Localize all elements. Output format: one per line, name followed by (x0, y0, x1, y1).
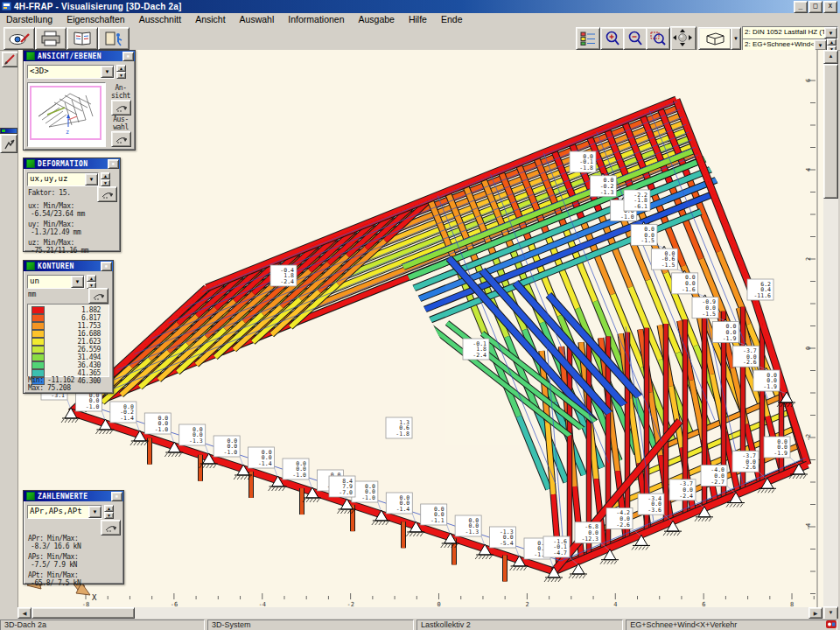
print-button[interactable] (35, 27, 66, 50)
panel-konturen: KONTUREN ▪ un ▼ ▲ ▼ mm 1.8826.81711.7531… (23, 260, 114, 394)
view-cube-button[interactable] (698, 27, 732, 50)
menu-item-ende[interactable]: Ende (435, 14, 469, 24)
zahlenwerte-dropdown-icon[interactable]: ▼ (88, 506, 102, 518)
legend-swatch (32, 354, 45, 361)
konturen-apply-button[interactable] (88, 288, 108, 304)
app-icon (2, 1, 12, 11)
panel-konturen-titlebar[interactable]: KONTUREN ▪ (24, 261, 113, 271)
annotation-value: -1.5 (640, 237, 654, 244)
pan-control[interactable] (670, 26, 696, 51)
zoom-in-button[interactable] (600, 27, 625, 50)
auswahl-pick-button[interactable] (111, 131, 131, 147)
menu-item-ausschnitt[interactable]: Ausschnitt (133, 14, 187, 24)
panel-close-icon[interactable]: ▪ (101, 262, 112, 271)
statusbar-cell: 3D-Dach 2a (0, 620, 205, 630)
annotation-value: -3.6 (648, 507, 662, 514)
redraw-tool-button[interactable] (2, 52, 18, 67)
menu-item-informationen[interactable]: Informationen (282, 14, 350, 24)
vertical-scrollbar[interactable]: ▲ ▼ (823, 50, 838, 619)
horizontal-scroll-thumb[interactable] (32, 607, 135, 619)
horizontal-scrollbar[interactable]: ◀ ▶ (18, 607, 822, 619)
view-cube-dropdown[interactable]: ▼ (731, 27, 741, 50)
statusbar: 3D-Dach 2a3D-SystemLastkollektiv 2EG+Sch… (0, 619, 840, 630)
konturen-combobox[interactable]: un ▼ (27, 275, 85, 289)
axis-x-label: X (92, 593, 97, 602)
panel-close-icon[interactable]: ▪ (111, 492, 122, 501)
legend-row: 16.688 (32, 330, 108, 337)
annotation-value: -1.4 (120, 415, 134, 422)
ruler-h-label: -2 (346, 601, 354, 607)
exit-button[interactable] (98, 27, 130, 50)
scroll-left-icon[interactable]: ◀ (18, 607, 32, 619)
deformation-dropdown-icon[interactable]: ▼ (85, 173, 98, 186)
legend-value: 1.882 (45, 306, 101, 314)
ruler-v-label: -4 (805, 523, 812, 530)
view-spinner[interactable]: ▲ ▼ (116, 65, 126, 77)
panel-zahlenwerte-titlebar[interactable]: ZAHLENWERTE ▪ (24, 491, 123, 501)
minimize-button[interactable]: _ (794, 1, 808, 13)
legend-row: 36.430 (32, 361, 108, 368)
load-spinner[interactable]: ▲ ▼ (827, 38, 836, 50)
ruler-h-label: 6 (702, 601, 705, 607)
spinner-up-icon[interactable]: ▲ (116, 65, 126, 72)
deformation-apply-button[interactable] (97, 186, 117, 202)
zahlenwerte-apply-button[interactable] (101, 520, 121, 536)
display-settings-button[interactable] (4, 27, 35, 50)
scroll-right-icon[interactable]: ▶ (808, 607, 822, 619)
deformation-spinner[interactable]: ▲ ▼ (101, 172, 110, 185)
panel-zahlenwerte: ZAHLENWERTE ▪ APr,APs,APt ▼ ▲ ▼ APr: Min… (23, 490, 124, 584)
menu-item-hilfe[interactable]: Hilfe (402, 14, 433, 24)
zoom-window-button[interactable] (646, 27, 670, 50)
pan-arrows-icon (671, 27, 694, 48)
menu-item-auswahl[interactable]: Auswahl (234, 14, 281, 24)
annotation-value: -1.5 (702, 311, 716, 318)
zoom-window-icon (650, 31, 666, 46)
close-button[interactable]: x (823, 1, 837, 13)
zoom-out-button[interactable] (623, 27, 648, 50)
deformation-stat-label: ux: Min/Max: (28, 202, 118, 210)
panel-deformation-titlebar[interactable]: DEFORMATION ▪ (24, 158, 120, 169)
annotation-value: -1.0 (86, 403, 100, 410)
annotation-value: -1.4 (396, 506, 410, 513)
spinner-down-icon[interactable]: ▼ (104, 512, 114, 519)
panel-close-icon[interactable]: ▪ (108, 159, 119, 169)
statusbar-cell: EG+Schnee+Wind<X+Verkehr (626, 620, 837, 630)
spinner-up-icon[interactable]: ▲ (104, 505, 114, 512)
menu-item-ausgabe[interactable]: Ausgabe (353, 14, 401, 24)
spinner-up-icon[interactable]: ▲ (827, 38, 836, 46)
ruler-v-label: 6 (805, 79, 812, 82)
maximize-button[interactable]: □ (808, 1, 822, 13)
spinner-down-icon[interactable]: ▼ (116, 72, 126, 79)
view-dropdown-icon[interactable]: ▼ (101, 66, 114, 78)
load-case-combobox[interactable]: 2: DIN 1052 Lastfall HZ (Th. 1. O ▼ (742, 26, 838, 39)
deformation-combobox[interactable]: ux,uy,uz ▼ (27, 172, 99, 186)
konturen-dropdown-icon[interactable]: ▼ (71, 276, 84, 288)
load-case-value: 2: DIN 1052 Lastfall HZ (Th. 1. O (743, 27, 824, 38)
spinner-up-icon[interactable]: ▲ (87, 275, 96, 282)
main-viewport[interactable]: 1.40.4-3.10.00.0-1.00.0-0.2-1.40.00.0-1.… (18, 50, 823, 607)
menu-item-eigenschaften[interactable]: Eigenschaften (60, 14, 131, 24)
scroll-up-icon[interactable]: ▲ (823, 50, 838, 64)
vertical-scroll-thumb[interactable] (823, 64, 838, 199)
load-case-dropdown-icon[interactable]: ▼ (824, 27, 837, 38)
manual-button[interactable] (66, 27, 98, 50)
panel-close-icon[interactable]: ▪ (122, 52, 134, 61)
konturen-spinner[interactable]: ▲ ▼ (87, 275, 96, 287)
legend-swatch (32, 338, 45, 346)
zahlenwerte-spinner[interactable]: ▲ ▼ (104, 505, 114, 517)
panel-ansicht-titlebar[interactable]: ANSICHT/EBENEN ▪ (24, 51, 135, 61)
layer-list-button[interactable] (576, 27, 600, 50)
view-combobox[interactable]: <3D> ▼ (27, 65, 115, 79)
ansicht-pick-button[interactable] (111, 100, 131, 116)
spinner-up-icon[interactable]: ▲ (101, 172, 110, 179)
spinner-down-icon[interactable]: ▼ (101, 179, 110, 186)
window-titlebar[interactable]: 4H-FRAP - Visualisierung [3D-Dach 2a] _ … (0, 0, 840, 13)
zahlenwerte-combobox[interactable]: APr,APs,APt ▼ (27, 505, 102, 519)
statusbar-cell: Lastkollektiv 2 (416, 620, 623, 630)
menu-item-darstellung[interactable]: Darstellung (0, 14, 59, 24)
view-thumbnail[interactable]: z (27, 82, 106, 147)
pointer-palette[interactable] (0, 128, 18, 152)
legend-row: 26.559 (32, 346, 108, 353)
menu-item-ansicht[interactable]: Ansicht (189, 14, 231, 24)
panel-zahlenwerte-title: ZAHLENWERTE (38, 493, 88, 500)
